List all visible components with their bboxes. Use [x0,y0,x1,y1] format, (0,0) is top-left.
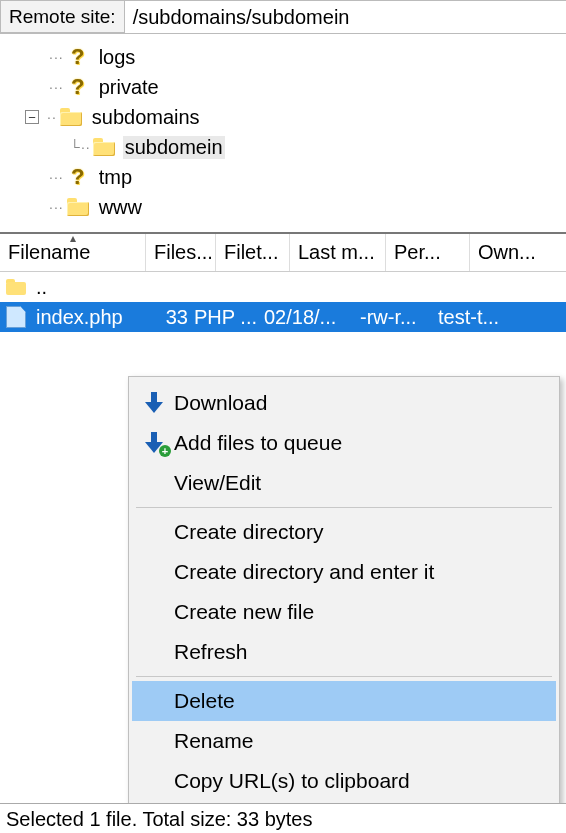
remote-directory-tree[interactable]: ··· ? logs ··· ? private − ·· subdomains… [0,34,566,234]
menu-separator [136,676,552,677]
collapse-toggle-icon[interactable]: − [25,110,39,124]
folder-icon [67,198,89,216]
menu-add-to-queue[interactable]: + Add files to queue [132,423,556,463]
sort-ascending-icon: ▴ [70,231,76,245]
tree-connector: └·· [68,139,93,155]
menu-view-edit[interactable]: View/Edit [132,463,556,503]
tree-item-private[interactable]: ··· ? private [0,72,566,102]
folder-icon [60,108,82,126]
menu-item-label: Create directory and enter it [174,560,556,584]
plus-badge-icon: + [159,445,171,457]
menu-create-new-file[interactable]: Create new file [132,592,556,632]
menu-item-label: Create directory [174,520,556,544]
tree-connector: ··· [44,169,67,185]
menu-item-label: Download [174,391,556,415]
status-bar: Selected 1 file. Total size: 33 bytes [0,803,566,833]
tree-item-subdomains[interactable]: − ·· subdomains [0,102,566,132]
filesize-cell: 33 [146,306,194,329]
menu-item-label: View/Edit [174,471,556,495]
column-lastmodified[interactable]: Last m... [290,234,386,271]
remote-path-bar: Remote site: /subdomains/subdomein [0,0,566,34]
column-filesize[interactable]: Files... [146,234,216,271]
filetype-cell: PHP ... [194,306,264,329]
menu-refresh[interactable]: Refresh [132,632,556,672]
tree-item-subdomein[interactable]: └·· subdomein [0,132,566,162]
menu-delete[interactable]: Delete [132,681,556,721]
column-filetype[interactable]: Filet... [216,234,290,271]
file-row-selected[interactable]: index.php 33 PHP ... 02/18/... -rw-r... … [0,302,566,332]
column-owner[interactable]: Own... [470,234,566,271]
tree-item-logs[interactable]: ··· ? logs [0,42,566,72]
remote-path-input[interactable]: /subdomains/subdomein [125,0,566,33]
column-filename[interactable]: ▴ Filename [0,234,146,271]
file-list-header[interactable]: ▴ Filename Files... Filet... Last m... P… [0,234,566,272]
download-icon [145,392,163,414]
menu-item-label: Refresh [174,640,556,664]
menu-download[interactable]: Download [132,383,556,423]
menu-copy-url[interactable]: Copy URL(s) to clipboard [132,761,556,801]
file-list[interactable]: .. index.php 33 PHP ... 02/18/... -rw-r.… [0,272,566,332]
tree-connector: ··· [44,79,67,95]
remote-site-label: Remote site: [0,0,125,33]
menu-separator [136,507,552,508]
menu-create-directory-enter[interactable]: Create directory and enter it [132,552,556,592]
tree-connector: ··· [44,199,67,215]
folder-icon [6,279,26,295]
unknown-folder-icon: ? [67,46,89,68]
filename-cell: index.php [36,306,146,329]
tree-item-label: logs [97,46,138,69]
parent-directory-row[interactable]: .. [0,272,566,302]
menu-item-label: Add files to queue [174,431,556,455]
tree-item-label: subdomains [90,106,202,129]
column-permissions[interactable]: Per... [386,234,470,271]
tree-item-label: tmp [97,166,134,189]
menu-create-directory[interactable]: Create directory [132,512,556,552]
filename-cell: .. [36,276,146,299]
unknown-folder-icon: ? [67,166,89,188]
file-icon [6,306,26,328]
tree-item-label: subdomein [123,136,225,159]
tree-item-label: www [97,196,144,219]
tree-item-tmp[interactable]: ··· ? tmp [0,162,566,192]
column-label: Filename [8,241,90,264]
menu-rename[interactable]: Rename [132,721,556,761]
tree-item-label: private [97,76,161,99]
unknown-folder-icon: ? [67,76,89,98]
folder-icon [93,138,115,156]
lastmodified-cell: 02/18/... [264,306,360,329]
owner-cell: test-t... [438,306,566,329]
file-context-menu: Download + Add files to queue View/Edit … [128,376,560,833]
permissions-cell: -rw-r... [360,306,438,329]
tree-connector: ·· [42,109,60,125]
menu-item-label: Copy URL(s) to clipboard [174,769,556,793]
menu-item-label: Delete [174,689,556,713]
tree-connector: ··· [44,49,67,65]
menu-item-label: Rename [174,729,556,753]
menu-item-label: Create new file [174,600,556,624]
tree-item-www[interactable]: ··· www [0,192,566,222]
